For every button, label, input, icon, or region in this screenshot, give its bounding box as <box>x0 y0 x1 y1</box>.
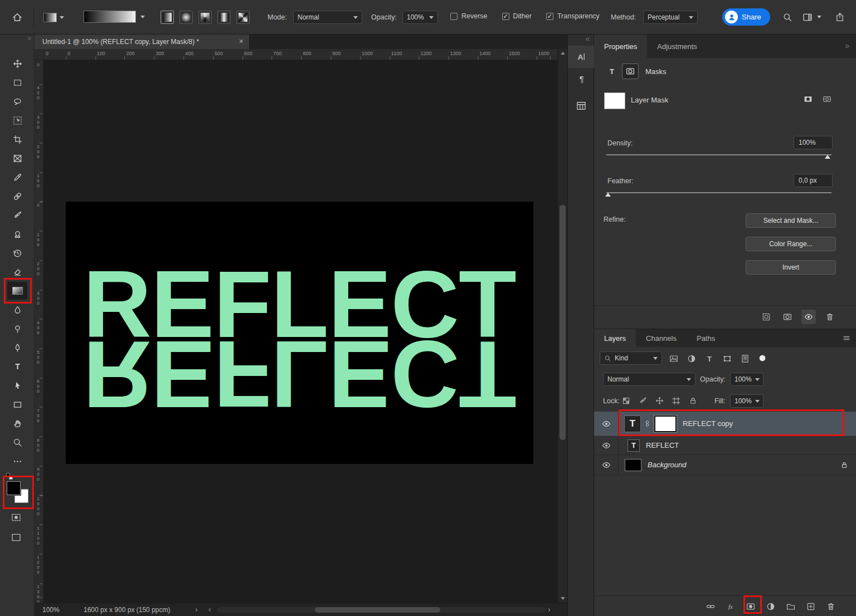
tool-object-selection[interactable] <box>7 111 27 129</box>
layer-row[interactable]: TREFLECT <box>594 436 856 455</box>
quick-mask-button[interactable] <box>11 512 21 522</box>
tool-path-selection[interactable] <box>7 377 27 394</box>
tool-rectangle[interactable] <box>7 395 27 413</box>
chevron-down-icon[interactable] <box>817 16 821 18</box>
tab-layers[interactable]: Layers <box>594 329 636 347</box>
lock-all-icon[interactable] <box>687 395 699 406</box>
tool-type[interactable]: T <box>7 358 27 375</box>
tab-adjustments[interactable]: Adjustments <box>647 35 707 58</box>
select-and-mask-button[interactable]: Select and Mask... <box>746 213 836 228</box>
mode-select[interactable]: Normal <box>293 11 362 24</box>
reflected-gradient-icon[interactable] <box>217 11 231 24</box>
feather-slider[interactable] <box>606 192 831 193</box>
character-panel-button[interactable]: A <box>568 46 595 68</box>
layer-mask-thumbnail[interactable] <box>654 415 677 432</box>
type-layer-thumbnail[interactable]: T <box>628 439 640 452</box>
color-range-button[interactable]: Color Range... <box>746 237 836 251</box>
status-menu-icon[interactable]: › <box>195 605 198 614</box>
layer-row[interactable]: TREFLECT copy <box>594 412 856 436</box>
expand-toolbar-icon[interactable] <box>27 36 32 41</box>
layer-visibility-toggle[interactable] <box>594 455 619 475</box>
lock-position-icon[interactable] <box>653 395 665 406</box>
smart-object-filter-icon[interactable] <box>738 353 752 365</box>
default-colors-icon[interactable] <box>6 472 13 480</box>
tool-history-brush[interactable] <box>7 244 27 262</box>
apply-mask-icon[interactable] <box>780 310 795 324</box>
density-value-field[interactable]: 100% <box>794 136 833 149</box>
horizontal-scrollbar[interactable] <box>217 607 546 613</box>
mask-selected-icon[interactable] <box>804 95 813 104</box>
panel-menu-icon[interactable] <box>843 334 850 342</box>
export-icon[interactable] <box>835 12 845 22</box>
layers-opacity-select[interactable]: 100% <box>730 373 763 386</box>
new-group-icon[interactable] <box>784 599 798 614</box>
angle-gradient-icon[interactable] <box>198 11 212 24</box>
opacity-select[interactable]: 100% <box>402 11 438 24</box>
expand-panels-icon[interactable] <box>585 36 591 42</box>
home-button[interactable] <box>8 8 27 26</box>
tool-gradient[interactable] <box>7 282 27 300</box>
zoom-level-field[interactable]: 100% <box>42 606 60 614</box>
lock-pixels-icon[interactable] <box>636 395 649 406</box>
tool-zoom[interactable] <box>7 433 27 451</box>
layer-name[interactable]: Background <box>648 461 686 469</box>
vertical-ruler[interactable]: 0400300200100010020030040050060070080090… <box>35 60 43 603</box>
density-slider[interactable] <box>606 154 831 155</box>
adjustment-layer-filter-icon[interactable] <box>684 353 699 365</box>
feather-slider-thumb[interactable] <box>605 193 611 197</box>
vertical-scrollbar[interactable] <box>557 49 567 603</box>
tool-preset-button[interactable] <box>41 9 67 25</box>
mask-visibility-icon[interactable] <box>801 310 816 324</box>
diamond-gradient-icon[interactable] <box>236 11 250 24</box>
density-slider-thumb[interactable] <box>825 155 830 159</box>
layer-effects-icon[interactable]: fx <box>723 599 738 614</box>
horizontal-ruler[interactable]: 0010020030040050060070080090010001100120… <box>43 49 557 60</box>
tool-brush[interactable] <box>7 206 27 224</box>
add-layer-mask-icon[interactable] <box>743 599 758 614</box>
canvas-viewport[interactable]: REFLECT REFLECT <box>43 60 557 603</box>
linear-gradient-icon[interactable] <box>160 11 174 24</box>
tool-spot-healing-brush[interactable] <box>7 187 27 205</box>
scroll-left-icon[interactable]: ‹ <box>208 605 211 614</box>
foreground-color-swatch[interactable] <box>7 481 21 495</box>
checkbox-dither[interactable]: ✓Dither <box>502 12 532 20</box>
document-tab[interactable]: Untitled-1 @ 100% (REFLECT copy, Layer M… <box>35 35 250 49</box>
tool-clone-stamp[interactable] <box>7 225 27 243</box>
tool-frame[interactable] <box>7 149 27 167</box>
lock-artboard-icon[interactable] <box>670 395 682 406</box>
tab-channels[interactable]: Channels <box>636 329 687 347</box>
layer-visibility-toggle[interactable] <box>594 412 619 436</box>
method-select[interactable]: Perceptual <box>643 11 698 24</box>
scroll-right-icon[interactable]: › <box>548 605 551 614</box>
background-layer-thumbnail[interactable] <box>625 459 641 471</box>
layer-visibility-toggle[interactable] <box>594 436 619 454</box>
tool-eyedropper[interactable] <box>7 168 27 186</box>
feather-value-field[interactable]: 0,0 px <box>794 174 833 187</box>
checkbox-transparency[interactable]: ✓Transparency <box>546 12 600 20</box>
shape-layer-filter-icon[interactable] <box>720 353 735 365</box>
adjustment-layer-icon[interactable] <box>763 599 778 614</box>
canvas[interactable]: REFLECT REFLECT <box>66 202 533 464</box>
pixel-layer-filter-icon[interactable] <box>667 353 681 365</box>
screen-mode-button[interactable] <box>11 532 21 542</box>
type-layer-thumbnail[interactable]: T <box>624 415 641 432</box>
collapse-dock-icon[interactable] <box>844 43 850 50</box>
vector-mask-icon[interactable] <box>823 95 831 104</box>
gradient-picker[interactable] <box>84 11 145 23</box>
scroll-down-icon[interactable] <box>561 597 565 600</box>
layer-name[interactable]: REFLECT copy <box>683 419 733 428</box>
tool-pen[interactable] <box>7 339 27 356</box>
search-icon[interactable] <box>782 12 792 22</box>
tool-move[interactable] <box>7 55 27 72</box>
tool-crop[interactable] <box>7 130 27 148</box>
tool-blur[interactable] <box>7 301 27 319</box>
filter-toggle-icon[interactable] <box>758 354 767 363</box>
layer-mask-thumbnail[interactable] <box>604 92 625 109</box>
tab-paths[interactable]: Paths <box>687 329 725 347</box>
link-layers-icon[interactable] <box>703 599 718 614</box>
tab-properties[interactable]: Properties <box>594 35 647 58</box>
fill-select[interactable]: 100% <box>730 394 763 408</box>
close-tab-icon[interactable]: × <box>239 37 244 46</box>
load-selection-icon[interactable] <box>759 310 774 324</box>
tool-dodge[interactable] <box>7 320 27 338</box>
